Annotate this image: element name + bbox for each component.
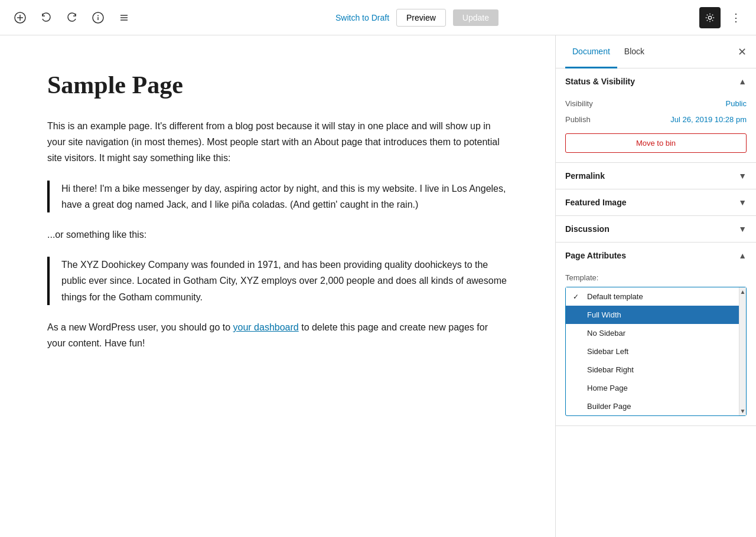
chevron-up-icon: ▲ xyxy=(738,77,747,86)
section-status-visibility-body: Visibility Public Publish Jul 26, 2019 1… xyxy=(556,94,756,162)
check-icon-default: ✓ xyxy=(573,293,582,301)
sidebar-close-button[interactable]: ✕ xyxy=(738,35,747,68)
section-page-attributes-header[interactable]: Page Attributes ▲ xyxy=(556,243,756,268)
block-navigation-button[interactable] xyxy=(113,7,135,28)
main-layout: Sample Page This is an example page. It'… xyxy=(0,35,756,537)
dropdown-item-home-page-label: Home Page xyxy=(587,384,628,392)
chevron-down-icon-permalink: ▼ xyxy=(738,171,747,181)
plus-icon xyxy=(14,12,26,24)
blockquote-2: The XYZ Doohickey Company was founded in… xyxy=(47,257,508,305)
editor-paragraph-1: This is an example page. It's different … xyxy=(47,118,508,166)
visibility-label: Visibility xyxy=(565,99,593,108)
settings-button[interactable] xyxy=(699,7,721,28)
gear-icon xyxy=(705,12,715,23)
dropdown-item-full-width-label: Full Width xyxy=(587,310,621,319)
toolbar-right: ⋮ xyxy=(699,7,747,28)
template-label: Template: xyxy=(565,273,747,282)
dropdown-item-builder-page[interactable]: Builder Page xyxy=(566,397,739,415)
section-discussion: Discussion ▼ xyxy=(556,216,756,243)
section-status-visibility-header[interactable]: Status & Visibility ▲ xyxy=(556,68,756,94)
section-discussion-header[interactable]: Discussion ▼ xyxy=(556,216,756,242)
dropdown-item-sidebar-left[interactable]: Sidebar Left xyxy=(566,342,739,361)
page-title: Sample Page xyxy=(47,71,508,99)
visibility-link[interactable]: Public xyxy=(726,99,747,108)
publish-date-link[interactable]: Jul 26, 2019 10:28 pm xyxy=(670,115,747,124)
section-status-visibility-title: Status & Visibility xyxy=(565,77,635,86)
sidebar: Document Block ✕ Status & Visibility ▲ V… xyxy=(555,35,756,537)
section-permalink-title: Permalink xyxy=(565,171,605,181)
section-featured-image-header[interactable]: Featured Image ▼ xyxy=(556,189,756,215)
dropdown-item-sidebar-left-label: Sidebar Left xyxy=(587,347,628,356)
redo-icon xyxy=(66,12,78,24)
chevron-up-icon-page: ▲ xyxy=(738,251,747,260)
switch-to-draft-button[interactable]: Switch to Draft xyxy=(335,13,389,22)
visibility-row: Visibility Public xyxy=(565,99,747,108)
dropdown-item-home-page[interactable]: Home Page xyxy=(566,379,739,397)
update-button[interactable]: Update xyxy=(453,9,498,26)
section-page-attributes-body: Template: ✓ Default template Full Width xyxy=(556,268,756,425)
toolbar-left xyxy=(9,7,135,28)
blockquote-1-text: Hi there! I'm a bike messenger by day, a… xyxy=(61,181,508,212)
dropdown-item-no-sidebar-label: No Sidebar xyxy=(587,329,625,338)
preview-button[interactable]: Preview xyxy=(396,9,446,27)
dropdown-item-full-width[interactable]: Full Width xyxy=(566,306,739,324)
dropdown-item-sidebar-right-label: Sidebar Right xyxy=(587,365,634,374)
scroll-up-arrow[interactable]: ▲ xyxy=(740,289,746,295)
undo-icon xyxy=(40,12,52,24)
scrollbar[interactable]: ▲ ▼ xyxy=(739,287,746,415)
tab-block[interactable]: Block xyxy=(617,35,651,68)
dropdown-item-default-label: Default template xyxy=(587,292,643,301)
editor-paragraph-2: ...or something like this: xyxy=(47,227,508,243)
section-page-attributes-title: Page Attributes xyxy=(565,251,626,260)
editor-paragraph-3: As a new WordPress user, you should go t… xyxy=(47,319,508,351)
list-icon xyxy=(118,12,130,24)
publish-value: Jul 26, 2019 10:28 pm xyxy=(670,115,747,124)
scroll-down-arrow[interactable]: ▼ xyxy=(740,408,746,414)
info-button[interactable] xyxy=(87,7,109,28)
section-status-visibility: Status & Visibility ▲ Visibility Public … xyxy=(556,68,756,163)
editor-area[interactable]: Sample Page This is an example page. It'… xyxy=(0,35,555,537)
blockquote-1: Hi there! I'm a bike messenger by day, a… xyxy=(47,181,508,212)
svg-point-5 xyxy=(97,15,99,16)
info-icon xyxy=(92,12,104,24)
add-block-button[interactable] xyxy=(9,7,31,28)
publish-label: Publish xyxy=(565,115,591,124)
section-featured-image: Featured Image ▼ xyxy=(556,189,756,216)
section-page-attributes: Page Attributes ▲ Template: ✓ Default te… xyxy=(556,243,756,426)
move-to-bin-button[interactable]: Move to bin xyxy=(565,133,747,153)
dropdown-item-no-sidebar[interactable]: No Sidebar xyxy=(566,324,739,342)
paragraph-3-before-link: As a new WordPress user, you should go t… xyxy=(47,322,233,332)
tab-document[interactable]: Document xyxy=(565,35,617,68)
toolbar-center: Switch to Draft Preview Update xyxy=(135,9,699,27)
undo-button[interactable] xyxy=(35,7,57,28)
section-permalink: Permalink ▼ xyxy=(556,163,756,189)
template-select-container: ✓ Default template Full Width No Sidebar xyxy=(565,287,747,416)
visibility-value: Public xyxy=(726,99,747,108)
section-permalink-header[interactable]: Permalink ▼ xyxy=(556,163,756,189)
more-options-button[interactable]: ⋮ xyxy=(725,7,747,28)
svg-point-9 xyxy=(708,16,711,19)
section-featured-image-title: Featured Image xyxy=(565,198,626,207)
publish-row: Publish Jul 26, 2019 10:28 pm xyxy=(565,115,747,124)
chevron-down-icon-discussion: ▼ xyxy=(738,224,747,234)
toolbar: Switch to Draft Preview Update ⋮ xyxy=(0,0,756,35)
redo-button[interactable] xyxy=(61,7,83,28)
template-dropdown: ✓ Default template Full Width No Sidebar xyxy=(566,287,739,415)
dropdown-item-builder-page-label: Builder Page xyxy=(587,402,631,411)
dropdown-item-default[interactable]: ✓ Default template xyxy=(566,287,739,306)
sidebar-tabs: Document Block ✕ xyxy=(556,35,756,68)
section-discussion-title: Discussion xyxy=(565,224,610,234)
blockquote-2-text: The XYZ Doohickey Company was founded in… xyxy=(61,257,508,305)
chevron-down-icon-featured: ▼ xyxy=(738,198,747,207)
dropdown-item-sidebar-right[interactable]: Sidebar Right xyxy=(566,361,739,379)
dashboard-link[interactable]: your dashboard xyxy=(233,322,299,332)
